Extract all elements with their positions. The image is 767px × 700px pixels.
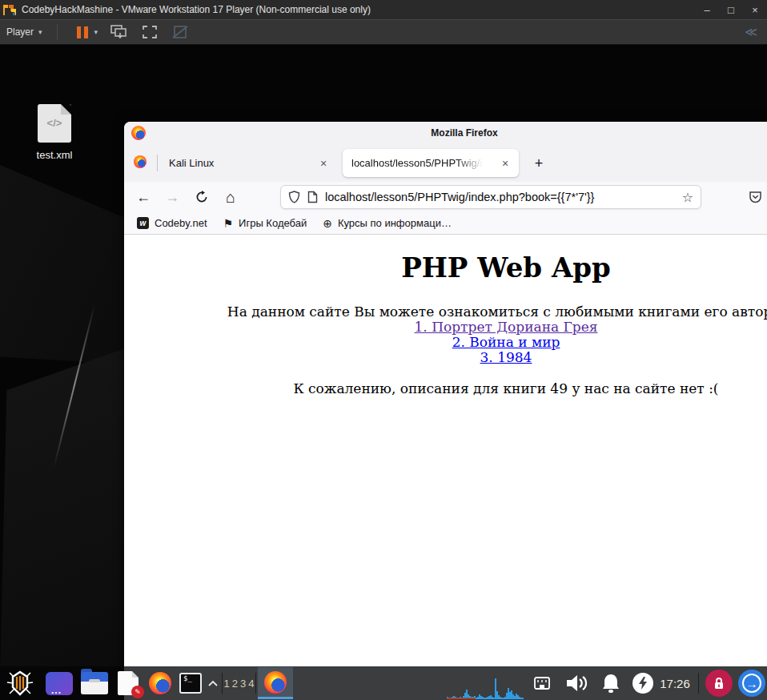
firefox-icon bbox=[149, 672, 171, 694]
player-menu[interactable]: Player ▾ bbox=[0, 20, 49, 44]
panel-expand-button[interactable] bbox=[204, 666, 222, 700]
vmware-window-title: CodebyHackMashine - VMware Workstation 1… bbox=[22, 4, 695, 15]
notifications-tray-button[interactable] bbox=[596, 666, 626, 700]
page-title: PHP Web App bbox=[124, 235, 767, 284]
suspend-vm-button[interactable] bbox=[77, 26, 88, 38]
home-icon[interactable]: ⌂ bbox=[221, 187, 240, 207]
network-tray-button[interactable] bbox=[530, 666, 554, 700]
page-info-icon[interactable] bbox=[307, 191, 318, 203]
workspace-pager[interactable]: 1 2 3 4 bbox=[224, 666, 256, 700]
taskbar-divider bbox=[698, 673, 699, 694]
kali-menu-icon bbox=[6, 670, 34, 697]
text-editor-button[interactable]: ✎ bbox=[111, 666, 145, 700]
workspace-2[interactable]: 2 bbox=[232, 678, 240, 690]
app-window-button[interactable] bbox=[42, 666, 76, 700]
file-name-label: test.xml bbox=[21, 149, 88, 161]
firefox-launcher-button[interactable] bbox=[145, 666, 175, 700]
firefox-icon bbox=[264, 671, 287, 694]
url-text[interactable]: localhost/lesson5/PHPTwig/index.php?book… bbox=[325, 191, 682, 203]
globe-icon: ⊕ bbox=[323, 217, 332, 230]
maximize-button[interactable]: □ bbox=[719, 0, 743, 19]
workspace-3[interactable]: 3 bbox=[240, 678, 248, 690]
network-graph-baseline bbox=[447, 698, 476, 699]
taskbar: ✎ $_ 1 2 3 4 bbox=[0, 666, 767, 700]
back-icon[interactable]: ← bbox=[134, 187, 153, 207]
pocket-icon[interactable] bbox=[745, 187, 765, 207]
firefox-titlebar[interactable]: Mozilla Firefox bbox=[124, 122, 767, 144]
book-link-1[interactable]: 1. Портрет Дориана Грея bbox=[124, 320, 767, 335]
vmware-logo-icon bbox=[3, 4, 17, 16]
reload-icon[interactable] bbox=[192, 187, 211, 207]
app-window-icon bbox=[46, 672, 73, 695]
unity-mode-icon bbox=[171, 25, 189, 39]
firefox-window-title: Mozilla Firefox bbox=[431, 127, 497, 139]
volume-tray-button[interactable] bbox=[560, 666, 594, 700]
bookmark-codeby[interactable]: w Codeby.net bbox=[134, 215, 211, 231]
vmware-toolbar: Player ▾ ▾ ≪ bbox=[0, 19, 767, 45]
bookmark-label: Игры Кодебай bbox=[239, 217, 307, 229]
close-button[interactable]: × bbox=[743, 0, 767, 19]
tab-bar: Kali Linux × localhost/lesson5/PHPTwig/i… bbox=[124, 144, 767, 182]
terminal-button[interactable]: $_ bbox=[175, 666, 206, 700]
tab-close-icon[interactable]: × bbox=[316, 156, 331, 171]
terminal-icon: $_ bbox=[179, 673, 202, 694]
desktop-file-test-xml[interactable]: </> test.xml bbox=[21, 104, 88, 161]
network-graph[interactable] bbox=[447, 675, 527, 699]
bookmark-games[interactable]: ⚑ Игры Кодебай bbox=[220, 215, 311, 231]
web-page-content: PHP Web App На данном сайте Вы можете оз… bbox=[124, 235, 767, 667]
clock[interactable]: 17:26 bbox=[655, 666, 695, 700]
firefox-window: Mozilla Firefox Kali Linux × localhost/l… bbox=[124, 122, 767, 668]
tab-label: localhost/lesson5/PHPTwig/in bbox=[351, 157, 486, 169]
navigation-toolbar: ← → ⌂ bbox=[124, 182, 767, 212]
firefox-logo-icon bbox=[131, 126, 146, 140]
file-manager-icon bbox=[81, 672, 108, 694]
pinned-tab-favicon[interactable] bbox=[134, 155, 147, 168]
kali-menu-button[interactable] bbox=[2, 666, 38, 700]
lock-icon bbox=[705, 670, 733, 697]
book-link-3[interactable]: 3. 1984 bbox=[124, 350, 767, 365]
bookmarks-toolbar: w Codeby.net ⚑ Игры Кодебай ⊕ Курсы по и… bbox=[124, 212, 767, 235]
bookmark-label: Курсы по информаци… bbox=[338, 217, 452, 229]
lock-screen-button[interactable] bbox=[703, 666, 735, 700]
tab-localhost-active[interactable]: localhost/lesson5/PHPTwig/in × bbox=[343, 149, 519, 177]
tab-label: Kali Linux bbox=[169, 157, 214, 169]
workspace-1[interactable]: 1 bbox=[224, 678, 232, 690]
book-link-2[interactable]: 2. Война и мир bbox=[124, 335, 767, 350]
tab-close-icon[interactable]: × bbox=[498, 156, 512, 171]
vmware-titlebar: CodebyHackMashine - VMware Workstation 1… bbox=[0, 0, 767, 19]
chevron-up-icon bbox=[208, 680, 218, 686]
minimize-button[interactable]: – bbox=[695, 0, 719, 19]
url-bar[interactable]: localhost/lesson5/PHPTwig/index.php?book… bbox=[280, 185, 701, 209]
shield-icon[interactable] bbox=[288, 191, 300, 203]
codeby-icon: w bbox=[137, 217, 149, 229]
toolbar-divider bbox=[57, 24, 58, 40]
collapse-toolbar-button[interactable]: ≪ bbox=[745, 25, 756, 39]
xml-file-icon: </> bbox=[38, 104, 71, 143]
bell-icon bbox=[600, 672, 621, 694]
screen: CodebyHackMashine - VMware Workstation 1… bbox=[0, 0, 767, 700]
taskbar-divider bbox=[255, 673, 256, 694]
task-firefox-active[interactable] bbox=[258, 667, 293, 699]
fullscreen-icon[interactable] bbox=[141, 25, 159, 39]
logout-icon: → bbox=[738, 670, 765, 697]
logout-button[interactable]: → bbox=[737, 666, 767, 700]
power-icon bbox=[632, 673, 653, 694]
volume-icon bbox=[564, 673, 590, 694]
new-tab-button[interactable]: + bbox=[528, 153, 549, 174]
player-menu-label: Player bbox=[6, 26, 34, 38]
send-ctrl-alt-del-icon[interactable] bbox=[110, 25, 128, 39]
page-intro-text: На данном сайте Вы можете ознакомиться с… bbox=[124, 304, 767, 320]
power-manager-tray-button[interactable] bbox=[629, 666, 657, 700]
ethernet-icon bbox=[533, 676, 551, 690]
suspend-dropdown-icon[interactable]: ▾ bbox=[94, 28, 98, 36]
bookmark-courses[interactable]: ⊕ Курсы по информаци… bbox=[319, 215, 455, 231]
forward-icon: → bbox=[163, 187, 182, 207]
taskbar-divider bbox=[222, 673, 223, 694]
bookmark-star-icon[interactable]: ☆ bbox=[682, 190, 693, 205]
chevron-down-icon: ▾ bbox=[38, 28, 42, 36]
text-editor-icon: ✎ bbox=[118, 671, 139, 695]
file-manager-button[interactable] bbox=[78, 666, 111, 700]
tab-kali-linux[interactable]: Kali Linux × bbox=[158, 149, 342, 177]
bookmark-label: Codeby.net bbox=[155, 217, 207, 229]
page-message-text: К сожалению, описания для книги 49 у нас… bbox=[124, 380, 767, 396]
